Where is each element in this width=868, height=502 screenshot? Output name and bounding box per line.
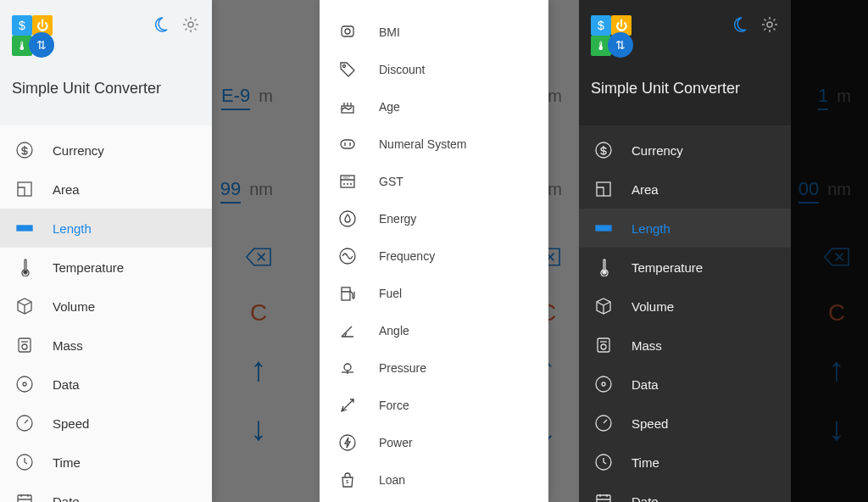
menu-item-label: Data [632, 377, 659, 392]
menu-item-speed[interactable]: Speed [579, 404, 791, 443]
nav-drawer-extended: BMIDiscountAgeNumeral SystemGSTEnergyFre… [320, 0, 548, 502]
tag-icon [338, 60, 357, 79]
menu-item-area[interactable]: Area [579, 170, 791, 209]
menu-item-force[interactable]: Force [320, 387, 548, 424]
menu-item-age[interactable]: Age [320, 88, 548, 126]
cube-icon [15, 297, 34, 315]
menu-item-loan[interactable]: Loan [320, 461, 548, 499]
nav-drawer-dark: $ ⏻ 🌡 ⇅ Simple Unit Converter CurrencyAr… [579, 0, 791, 502]
app-logo: $ ⏻ 🌡 ⇅ [591, 15, 638, 63]
menu-item-time[interactable]: Time [0, 443, 212, 482]
menu-item-label: GST [379, 175, 403, 188]
settings-icon[interactable] [760, 15, 779, 37]
drawer-header: $ ⏻ 🌡 ⇅ Simple Unit Converter [579, 0, 791, 126]
clock-icon [15, 453, 34, 471]
menu-item-label: Time [53, 455, 81, 470]
menu-item-speed[interactable]: Speed [0, 404, 212, 443]
menu-item-label: Mass [53, 338, 83, 353]
cake-icon [338, 98, 357, 116]
menu-item-numeral[interactable]: Numeral System [320, 126, 548, 163]
menu-item-label: Frequency [379, 249, 435, 263]
settings-icon[interactable] [181, 15, 200, 37]
menu-item-fuel[interactable]: Fuel [320, 275, 548, 312]
menu-item-length[interactable]: Length [0, 209, 212, 248]
menu-item-label: Pressure [379, 361, 426, 375]
menu-item-pressure[interactable]: Pressure [320, 349, 548, 387]
menu-item-label: Discount [379, 63, 425, 76]
menu-item-length[interactable]: Length [579, 209, 791, 248]
calendar-icon [594, 492, 613, 502]
app-title: Simple Unit Converter [591, 80, 779, 98]
menu-item-area[interactable]: Area [0, 170, 212, 209]
app-title: Simple Unit Converter [12, 80, 200, 98]
menu-item-label: Numeral System [379, 137, 466, 151]
menu-item-label: Volume [632, 299, 674, 314]
menu-item-label: Currency [632, 143, 683, 158]
main-menu: CurrencyAreaLengthTemperatureVolumeMassD… [579, 126, 791, 502]
menu-item-label: Currency [53, 143, 104, 158]
dollar-circle-icon [594, 141, 613, 159]
thermometer-icon [594, 258, 613, 276]
theme-toggle-icon[interactable] [151, 15, 170, 37]
main-menu: CurrencyAreaLengthTemperatureVolumeMassD… [0, 126, 212, 502]
bolt-icon [338, 433, 357, 452]
menu-item-currency[interactable]: Currency [579, 131, 791, 170]
menu-item-bmi[interactable]: BMI [320, 14, 548, 51]
menu-item-mass[interactable]: Mass [579, 326, 791, 365]
cube-icon [594, 297, 613, 315]
menu-item-label: Age [379, 100, 400, 114]
menu-item-label: Data [53, 377, 80, 392]
menu-item-volume[interactable]: Volume [0, 287, 212, 326]
gauge-icon [15, 414, 34, 432]
menu-item-label: Loan [379, 473, 405, 487]
screenshot-extended: E-9m 99nm C ↑ ↓ BMIDiscountAgeNumeral Sy… [290, 0, 579, 502]
menu-item-data[interactable]: Data [0, 365, 212, 404]
theme-toggle-icon[interactable] [730, 15, 748, 37]
menu-item-label: Speed [632, 416, 668, 431]
menu-item-angle[interactable]: Angle [320, 312, 548, 349]
menu-item-data[interactable]: Data [579, 365, 791, 404]
menu-item-label: Speed [53, 416, 89, 431]
menu-item-time[interactable]: Time [579, 443, 791, 482]
menu-item-label: Fuel [379, 287, 402, 300]
menu-item-label: Date [632, 494, 659, 503]
menu-item-label: Date [53, 494, 80, 503]
app-logo: $ ⏻ 🌡 ⇅ [12, 15, 59, 63]
menu-item-label: Temperature [53, 260, 124, 275]
menu-item-label: Length [632, 221, 670, 236]
screenshot-light: E-9m 99nm C ↑ ↓ $ ⏻ 🌡 ⇅ Simple Unit Conv… [0, 0, 290, 502]
menu-item-date[interactable]: Date [0, 482, 212, 502]
calendar-icon [15, 492, 34, 502]
menu-item-label: Time [632, 455, 659, 470]
menu-item-power[interactable]: Power [320, 424, 548, 461]
pump-icon [338, 284, 357, 303]
menu-item-mass[interactable]: Mass [0, 326, 212, 365]
thermometer-icon [15, 258, 34, 276]
menu-item-label: Volume [53, 299, 95, 314]
menu-item-label: BMI [379, 25, 400, 39]
menu-item-temperature[interactable]: Temperature [0, 248, 212, 287]
wave-icon [338, 247, 357, 265]
menu-item-currency[interactable]: Currency [0, 131, 212, 170]
menu-item-label: Area [53, 182, 80, 197]
menu-item-label: Mass [632, 338, 662, 353]
menu-item-frequency[interactable]: Frequency [320, 237, 548, 275]
force-icon [338, 396, 357, 415]
menu-item-volume[interactable]: Volume [579, 287, 791, 326]
bag-icon [338, 471, 357, 489]
menu-item-date[interactable]: Date [579, 482, 791, 502]
weight-icon [338, 23, 357, 42]
ruler-icon [15, 219, 34, 237]
scale-icon [594, 336, 613, 354]
menu-item-label: Energy [379, 212, 416, 226]
dollar-circle-icon [15, 141, 34, 159]
disc-icon [594, 375, 613, 393]
scale-icon [15, 336, 34, 354]
menu-item-energy[interactable]: Energy [320, 200, 548, 237]
menu-item-discount[interactable]: Discount [320, 51, 548, 88]
area-icon [594, 180, 613, 198]
ruler-icon [594, 219, 613, 237]
gauge-icon [594, 414, 613, 432]
menu-item-temperature[interactable]: Temperature [579, 248, 791, 287]
menu-item-gst[interactable]: GST [320, 163, 548, 200]
